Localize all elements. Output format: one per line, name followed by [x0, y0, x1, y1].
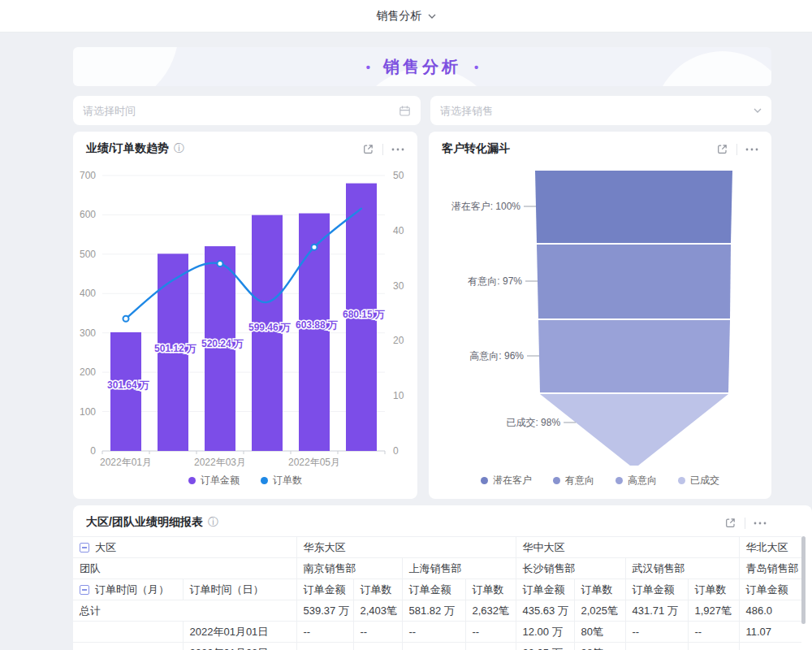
funnel-chart-svg[interactable]: 潜在客户: 100%有意向: 97%高意向: 96%已成交: 98% — [429, 164, 771, 473]
report-card-title: 大区/团队业绩明细报表 ⓘ — [86, 515, 218, 530]
row-label-cell — [73, 643, 183, 650]
svg-text:已成交: 98%: 已成交: 98% — [506, 417, 560, 428]
legend-dot-icon — [481, 477, 488, 484]
time-filter-input[interactable] — [83, 105, 399, 117]
export-icon[interactable] — [716, 143, 728, 155]
value-cell: 80笔 — [574, 622, 625, 643]
value-cell: 11.07 — [739, 622, 801, 643]
more-icon[interactable] — [745, 148, 758, 151]
banner-dot: • — [366, 60, 370, 74]
day-header-cell: 订单时间（日） — [183, 579, 296, 600]
funnel-legend: 潜在客户有意向高意向已成交 — [429, 474, 771, 488]
svg-text:0: 0 — [90, 445, 96, 457]
team-cell: 长沙销售部 — [516, 558, 625, 579]
divider — [382, 144, 383, 155]
legend-item[interactable]: 订单数 — [261, 474, 302, 488]
sales-filter[interactable] — [430, 96, 771, 125]
trend-card-title: 业绩/订单数趋势 ⓘ — [86, 141, 184, 156]
legend-label: 订单数 — [273, 474, 302, 488]
svg-text:200: 200 — [80, 366, 96, 378]
team-corner-cell: 团队 — [73, 558, 296, 579]
legend-item[interactable]: 订单金额 — [188, 474, 240, 488]
legend-item[interactable]: 有意向 — [553, 474, 594, 488]
svg-text:40: 40 — [393, 225, 404, 236]
value-cell: -- — [625, 622, 688, 643]
calendar-icon[interactable] — [399, 105, 411, 117]
value-cell: 2,025笔 — [574, 600, 625, 622]
measure-cell: 订单金额 — [625, 579, 688, 600]
chevron-down-icon[interactable] — [428, 14, 436, 19]
value-cell: -- — [353, 643, 402, 650]
more-icon[interactable] — [391, 148, 404, 151]
report-table-viewport[interactable]: 大区华东大区华中大区华北大区团队南京销售部上海销售部长沙销售部武汉销售部青岛销售… — [73, 536, 801, 650]
collapse-icon[interactable] — [80, 543, 89, 552]
trend-chart-svg[interactable]: 0100200300400500600700010203040502022年01… — [78, 164, 411, 468]
export-icon[interactable] — [724, 517, 736, 529]
value-cell: -- — [465, 622, 516, 643]
svg-text:有意向: 97%: 有意向: 97% — [467, 275, 522, 287]
trend-card-actions — [362, 143, 404, 155]
vertical-scrollbar[interactable] — [801, 536, 806, 624]
svg-text:500: 500 — [80, 249, 96, 260]
value-cell: 98笔 — [574, 643, 625, 650]
chevron-down-icon[interactable] — [754, 108, 762, 113]
date-cell: 2022年01月01日 — [183, 622, 296, 643]
time-filter[interactable] — [73, 96, 421, 125]
svg-text:2022年01月: 2022年01月 — [100, 457, 152, 468]
table-row: 总计539.37 万2,403笔581.82 万2,632笔435.63 万2,… — [73, 600, 801, 622]
collapse-icon[interactable] — [80, 585, 89, 595]
more-icon[interactable] — [754, 522, 767, 525]
value-cell: 2,403笔 — [353, 600, 402, 622]
legend-label: 已成交 — [690, 474, 719, 488]
team-header-row: 团队南京销售部上海销售部长沙销售部武汉销售部青岛销售部 — [73, 558, 801, 579]
trend-legend: 订单金额订单数 — [73, 474, 417, 488]
measure-cell: 订单金额 — [402, 579, 465, 600]
measure-cell: 订单金额 — [296, 579, 353, 600]
region-cell: 华中大区 — [516, 537, 739, 558]
svg-text:50: 50 — [393, 170, 404, 181]
export-icon[interactable] — [362, 143, 374, 155]
legend-item[interactable]: 高意向 — [615, 474, 657, 488]
svg-text:0: 0 — [393, 445, 399, 457]
svg-text:400: 400 — [80, 288, 96, 299]
funnel-card: 客户转化漏斗 潜在客户: 100%有意向: 97%高意向: 96%已成交: 98… — [429, 132, 771, 499]
report-card-title-text: 大区/团队业绩明细报表 — [86, 515, 203, 530]
value-cell: -- — [688, 643, 739, 650]
info-icon[interactable]: ⓘ — [174, 141, 184, 156]
value-cell: -- — [465, 643, 516, 650]
legend-item[interactable]: 已成交 — [678, 474, 719, 488]
svg-text:603.88 万: 603.88 万 — [296, 319, 338, 331]
date-cell: 2022年01月02日 — [183, 643, 296, 650]
team-cell: 南京销售部 — [296, 558, 402, 579]
value-cell: 2,632笔 — [465, 600, 516, 622]
app-title: 销售分析 — [377, 9, 422, 24]
team-cell: 上海销售部 — [402, 558, 516, 579]
legend-item[interactable]: 潜在客户 — [481, 474, 532, 488]
svg-text:300: 300 — [80, 327, 96, 339]
measure-cell: 订单数 — [688, 579, 739, 600]
svg-text:600: 600 — [80, 209, 96, 220]
table-row: 2022年01月01日--------12.00 万80笔----11.07 — [73, 622, 801, 643]
value-cell: -- — [353, 622, 402, 643]
report-table: 大区华东大区华中大区华北大区团队南京销售部上海销售部长沙销售部武汉销售部青岛销售… — [73, 536, 801, 650]
banner-dot: • — [474, 60, 478, 74]
svg-text:520.24 万: 520.24 万 — [201, 338, 244, 349]
region-cell: 华北大区 — [739, 537, 801, 558]
top-bar: 销售分析 — [0, 0, 812, 32]
value-cell: 1,927笔 — [688, 600, 739, 622]
svg-text:30: 30 — [393, 280, 404, 292]
sales-filter-input[interactable] — [440, 105, 754, 117]
value-cell: -- — [625, 643, 688, 650]
legend-dot-icon — [553, 477, 560, 484]
report-card: 大区/团队业绩明细报表 ⓘ 大区华东大区华中大区华北大区团队南京销售部上海销售部… — [73, 505, 812, 650]
measure-header-row: 订单时间（月）订单时间（日）订单金额订单数订单金额订单数订单金额订单数订单金额订… — [73, 579, 801, 600]
table-row: 2022年01月02日--------23.05 万98笔---- — [73, 643, 801, 650]
divider — [745, 518, 745, 529]
legend-dot-icon — [188, 477, 196, 484]
region-cell: 华东大区 — [296, 537, 516, 558]
info-icon[interactable]: ⓘ — [208, 515, 218, 530]
month-header-cell: 订单时间（月） — [73, 579, 183, 600]
value-cell: -- — [296, 643, 353, 650]
value-cell: 486.0 — [739, 600, 801, 622]
svg-text:100: 100 — [80, 406, 96, 418]
